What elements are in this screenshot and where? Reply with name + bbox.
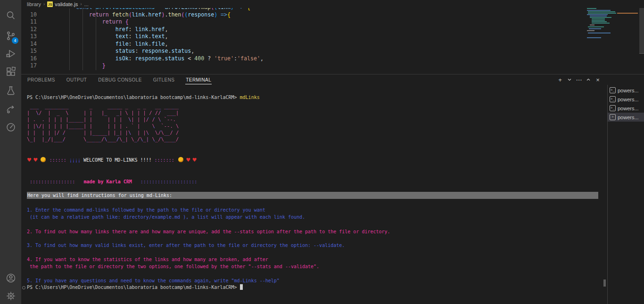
instruction-1: 1. Enter the command md-links followed b… bbox=[27, 206, 305, 221]
line-number: 17 bbox=[21, 62, 37, 70]
terminal-output[interactable]: PS C:\Users\HP\OneDrive\Documentos\labor… bbox=[21, 74, 607, 304]
terminal-prompt-line: PS C:\Users\HP\OneDrive\Documentos\labor… bbox=[27, 94, 260, 101]
terminal-instance-label: powers... bbox=[618, 115, 639, 120]
breadcrumb[interactable]: library › JS validate.js › ... bbox=[21, 0, 644, 8]
code-line: return fetch(link.href).then((response) … bbox=[63, 11, 264, 19]
scm-badge: 4 bbox=[12, 37, 18, 44]
terminal-scrollbar-thumb[interactable] bbox=[603, 279, 606, 287]
terminal-instance-label: powers... bbox=[618, 106, 639, 111]
settings-gear-icon[interactable] bbox=[0, 287, 21, 304]
bottom-panel: PROBLEMSOUTPUTDEBUG CONSOLEGITLENSTERMIN… bbox=[21, 74, 644, 304]
editor-scrollbar-thumb[interactable] bbox=[639, 0, 644, 54]
code-line: isOk: response.status < 400 ? 'true':'fa… bbox=[63, 55, 264, 63]
code-line: return { bbox=[63, 18, 264, 26]
line-number: 15 bbox=[21, 48, 37, 55]
code-line: } bbox=[63, 62, 264, 70]
ascii-art-banner: ___ ________ _ _____ _ _ _ __ _____ | \/… bbox=[27, 103, 179, 142]
terminal-instance-item[interactable]: >_powers... bbox=[608, 104, 644, 113]
star-struck-emoji bbox=[41, 157, 46, 162]
breadcrumb-folder[interactable]: library bbox=[27, 1, 41, 7]
terminal-icon: >_ bbox=[610, 96, 616, 102]
account-icon[interactable] bbox=[0, 269, 21, 287]
chevron-right-icon: › bbox=[43, 1, 45, 7]
terminal-input-line[interactable]: PS C:\Users\HP\OneDrive\Documentos\labor… bbox=[27, 284, 243, 291]
instruction-5: 5. If you have any questions and need to… bbox=[27, 277, 280, 284]
code-lines: const arrOfValidateLinks = arrOfLinks.ma… bbox=[63, 4, 264, 70]
heart-emoji: ♥ ♥ bbox=[184, 157, 197, 163]
terminal-instance-item[interactable]: >_powers... bbox=[608, 86, 644, 95]
source-control-icon[interactable]: 4 bbox=[0, 27, 21, 45]
code-line: file: link.file, bbox=[63, 41, 264, 48]
testing-icon[interactable] bbox=[0, 82, 21, 99]
terminal-command: mdLinks bbox=[240, 95, 260, 100]
terminal-instance-item[interactable]: >_powers... bbox=[608, 95, 644, 104]
terminal-instance-label: powers... bbox=[618, 88, 639, 93]
instruction-3: 3. To find out how many valid links exis… bbox=[27, 242, 345, 249]
command-decoration-circle[interactable] bbox=[22, 286, 25, 289]
javascript-file-icon: JS bbox=[47, 1, 53, 7]
heart-emoji: ♥ ♥ bbox=[27, 157, 40, 163]
star-struck-emoji bbox=[178, 157, 183, 162]
search-icon[interactable] bbox=[0, 7, 21, 25]
welcome-line: ♥ ♥ :::::: ¡¡¡¡ WELCOME TO MD-LINKS !!!!… bbox=[27, 156, 197, 164]
instruction-4: 4. If you want to know the statistics of… bbox=[27, 256, 319, 270]
terminal-icon: >_ bbox=[610, 87, 616, 93]
terminal-icon: >_ bbox=[610, 105, 616, 111]
history-icon[interactable] bbox=[0, 118, 21, 136]
gitlens-icon[interactable] bbox=[0, 100, 21, 118]
line-numbers-gutter: 1011121314151617 bbox=[21, 4, 37, 70]
chevron-right-icon: › bbox=[80, 1, 82, 7]
terminal-instance-label: powers... bbox=[618, 97, 639, 102]
run-and-debug-icon[interactable] bbox=[0, 45, 21, 63]
line-number: 11 bbox=[21, 18, 37, 26]
line-number: 16 bbox=[21, 55, 37, 63]
terminal-instance-item[interactable]: >powers... bbox=[608, 113, 644, 122]
extensions-icon[interactable] bbox=[0, 63, 21, 81]
activity-bar: 4 bbox=[0, 0, 21, 304]
line-number: 10 bbox=[21, 11, 37, 19]
code-line: href: link.href, bbox=[63, 26, 264, 33]
line-number: 13 bbox=[21, 33, 37, 41]
breadcrumb-file[interactable]: validate.js bbox=[55, 1, 78, 7]
breadcrumb-more[interactable]: ... bbox=[84, 1, 89, 7]
code-line: text: link.text, bbox=[63, 33, 264, 41]
minimap[interactable] bbox=[586, 2, 639, 42]
terminal-instances-list: >_powers...>_powers...>_powers...>powers… bbox=[608, 86, 644, 122]
made-by-line: :::::::::::::::: made by Karla CRM :::::… bbox=[27, 178, 197, 185]
code-editor[interactable]: 1011121314151617 const arrOfValidateLink… bbox=[21, 0, 644, 74]
terminal-icon: > bbox=[610, 114, 616, 120]
line-number: 14 bbox=[21, 41, 37, 48]
instruction-2: 2. To find out how many links there are … bbox=[27, 228, 390, 235]
instructions-header: Here you will find instructions for usin… bbox=[27, 192, 598, 199]
line-number: 12 bbox=[21, 26, 37, 33]
code-line: status: response.status, bbox=[63, 48, 264, 55]
terminal-cursor bbox=[240, 284, 243, 290]
